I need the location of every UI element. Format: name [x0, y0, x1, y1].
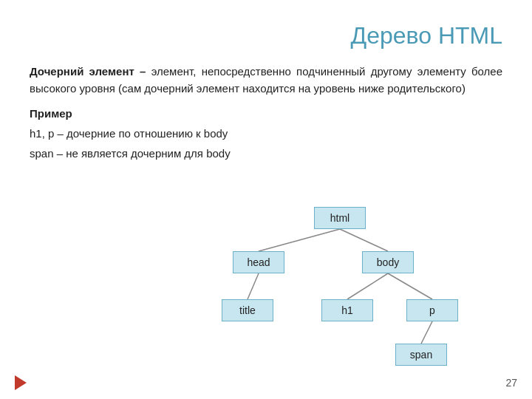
- svg-line-2: [248, 273, 259, 299]
- term: Дочерний элемент –: [30, 65, 146, 78]
- example-line2: span – не является дочерним для body: [30, 145, 502, 162]
- page-number: 27: [505, 377, 517, 389]
- bullet-triangle: [15, 375, 27, 390]
- tree-node-head: head: [233, 251, 284, 273]
- slide: Дерево HTML Дочерний элемент – элемент, …: [0, 0, 532, 399]
- section-label: Пример: [30, 105, 502, 122]
- tree-node-title: title: [222, 299, 273, 321]
- svg-line-5: [421, 321, 432, 344]
- tree-node-span: span: [395, 344, 447, 366]
- svg-line-3: [347, 273, 388, 299]
- svg-line-1: [340, 229, 388, 251]
- tree-node-html: html: [314, 207, 366, 229]
- tree-diagram: htmlheadbodytitleh1pspan: [192, 200, 488, 362]
- paragraph1: Дочерний элемент – элемент, непосредстве…: [30, 63, 502, 98]
- tree-node-h1: h1: [321, 299, 373, 321]
- tree-node-body: body: [362, 251, 414, 273]
- svg-line-0: [259, 229, 340, 251]
- tree-node-p: p: [406, 299, 458, 321]
- main-content: Дочерний элемент – элемент, непосредстве…: [30, 63, 502, 162]
- example-line1: h1, p – дочерние по отношению к body: [30, 125, 502, 142]
- slide-title: Дерево HTML: [30, 22, 502, 50]
- svg-line-4: [388, 273, 432, 299]
